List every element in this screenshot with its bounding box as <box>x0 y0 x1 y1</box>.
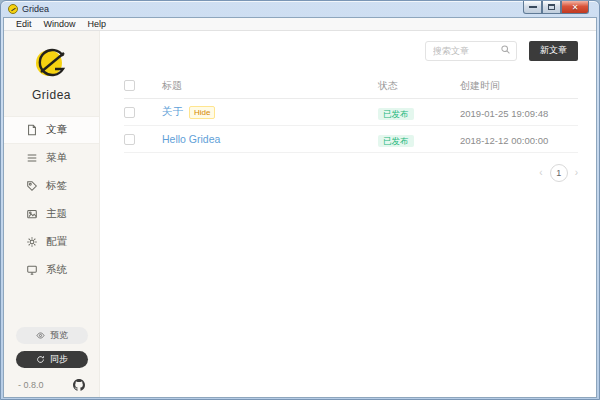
app-window: Gridea ✕ Edit Window Help Gridea <box>0 0 600 400</box>
menu-bar: Edit Window Help <box>4 18 596 31</box>
sidebar-item-tags[interactable]: 标签 <box>4 172 99 200</box>
new-article-button[interactable]: 新文章 <box>529 41 578 61</box>
menu-icon <box>26 152 38 164</box>
menu-window[interactable]: Window <box>38 19 82 29</box>
image-icon <box>26 208 38 220</box>
sidebar-item-menu[interactable]: 菜单 <box>4 144 99 172</box>
github-link[interactable] <box>73 379 85 391</box>
maximize-button[interactable] <box>542 1 561 14</box>
sync-label: 同步 <box>50 353 68 366</box>
table-row[interactable]: 关于 Hide 已发布 2019-01-25 19:09:48 <box>124 99 578 126</box>
window-controls: ✕ <box>523 1 589 14</box>
table-header-row: 标题 状态 创建时间 <box>124 73 578 99</box>
created-time: 2019-01-25 19:09:48 <box>460 108 548 119</box>
gear-icon <box>26 236 38 248</box>
toolbar: 新文章 <box>124 31 578 61</box>
row-checkbox[interactable] <box>124 107 135 118</box>
minimize-button[interactable] <box>523 1 542 14</box>
prev-page-arrow[interactable]: ‹ <box>539 168 542 178</box>
gridea-logo-icon <box>8 4 18 14</box>
column-status: 状态 <box>378 80 398 91</box>
sidebar-item-label: 主题 <box>46 207 67 221</box>
sidebar-nav: 文章 菜单 标签 <box>4 116 99 284</box>
sync-button[interactable]: 同步 <box>16 351 88 368</box>
sidebar-item-theme[interactable]: 主题 <box>4 200 99 228</box>
preview-button[interactable]: 预览 <box>16 327 88 344</box>
brand: Gridea <box>4 31 99 102</box>
column-created: 创建时间 <box>460 80 500 91</box>
minimize-icon <box>529 5 537 8</box>
article-title-link[interactable]: 关于 <box>162 105 183 119</box>
close-icon: ✕ <box>572 3 579 12</box>
created-time: 2018-12-12 00:00:00 <box>460 135 548 146</box>
select-all-checkbox[interactable] <box>124 80 135 91</box>
app-version: - 0.8.0 <box>18 380 44 390</box>
sidebar-item-label: 文章 <box>46 123 67 137</box>
main-content: 新文章 标题 状态 创建时间 关于 Hide <box>100 31 596 397</box>
sync-icon <box>36 355 45 364</box>
brand-name: Gridea <box>32 88 71 102</box>
github-icon <box>73 379 85 391</box>
close-button[interactable]: ✕ <box>561 1 589 14</box>
sidebar-item-system[interactable]: 系统 <box>4 256 99 284</box>
article-title-link[interactable]: Hello Gridea <box>162 133 220 145</box>
sidebar-footer: 预览 同步 - 0.8.0 <box>4 327 99 397</box>
column-title: 标题 <box>162 79 182 93</box>
preview-label: 预览 <box>50 329 68 342</box>
row-checkbox[interactable] <box>124 134 135 145</box>
menu-edit[interactable]: Edit <box>10 19 38 29</box>
monitor-icon <box>26 264 38 276</box>
next-page-arrow[interactable]: › <box>575 168 578 178</box>
sidebar: Gridea 文章 菜单 <box>4 31 100 397</box>
search-icon <box>500 44 511 55</box>
sidebar-item-label: 系统 <box>46 263 67 277</box>
page-number[interactable]: 1 <box>550 164 568 182</box>
gridea-logo-icon <box>34 45 70 81</box>
sidebar-item-settings[interactable]: 配置 <box>4 228 99 256</box>
status-badge: 已发布 <box>378 135 414 147</box>
document-icon <box>26 124 38 136</box>
sidebar-item-label: 标签 <box>46 179 67 193</box>
status-badge: 已发布 <box>378 108 414 120</box>
menu-help[interactable]: Help <box>82 19 113 29</box>
maximize-icon <box>548 4 555 10</box>
sidebar-item-label: 菜单 <box>46 151 67 165</box>
sidebar-item-articles[interactable]: 文章 <box>4 116 99 144</box>
articles-table: 标题 状态 创建时间 关于 Hide 已发布 2019-01-25 19:09:… <box>124 73 578 153</box>
sidebar-item-label: 配置 <box>46 235 67 249</box>
table-row[interactable]: Hello Gridea 已发布 2018-12-12 00:00:00 <box>124 126 578 153</box>
window-title: Gridea <box>22 4 49 14</box>
hide-badge: Hide <box>189 106 215 119</box>
pagination: ‹ 1 › <box>124 164 578 182</box>
tag-icon <box>26 180 38 192</box>
eye-icon <box>36 331 45 340</box>
title-bar[interactable]: Gridea ✕ <box>3 1 597 17</box>
